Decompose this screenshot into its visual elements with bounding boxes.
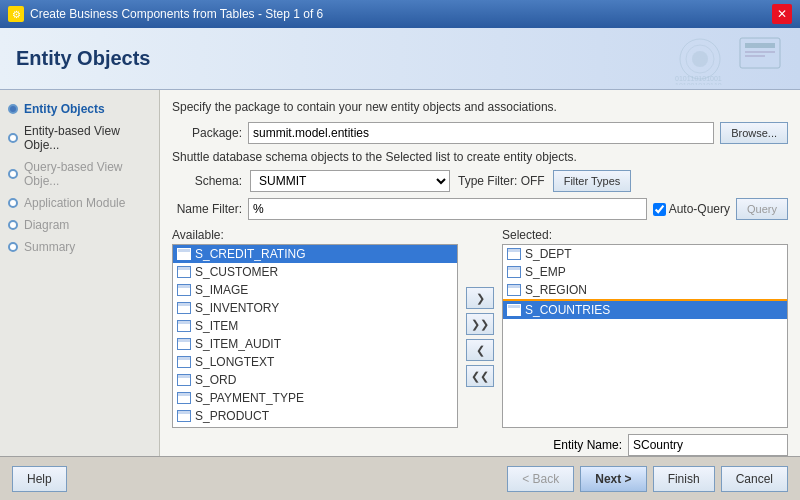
svg-rect-2 — [745, 51, 775, 53]
bottom-bar: Help < Back Next > Finish Cancel — [0, 456, 800, 500]
sidebar-label-summary: Summary — [24, 240, 75, 254]
svg-point-6 — [692, 51, 708, 67]
selected-list-wrap: Selected: S_DEPT S_EMP S_REGION — [502, 228, 788, 428]
schema-row: Schema: SUMMIT Type Filter: OFF Filter T… — [172, 170, 788, 192]
table-icon — [177, 320, 191, 332]
selected-list[interactable]: S_DEPT S_EMP S_REGION S_COUNTRIES — [502, 244, 788, 428]
shuttle-buttons: ❯ ❯❯ ❮ ❮❮ — [462, 228, 498, 428]
list-item[interactable]: S_INVENTORY — [173, 299, 457, 317]
title-bar-left: ⚙ Create Business Components from Tables… — [8, 6, 323, 22]
sidebar-dot-app — [8, 198, 18, 208]
sidebar-item-summary: Summary — [0, 236, 159, 258]
header-area: Entity Objects 010110101001 101001010110 — [0, 28, 800, 90]
title-bar: ⚙ Create Business Components from Tables… — [0, 0, 800, 28]
table-icon — [177, 302, 191, 314]
browse-button[interactable]: Browse... — [720, 122, 788, 144]
sidebar-item-app-module: Application Module — [0, 192, 159, 214]
back-button[interactable]: < Back — [507, 466, 574, 492]
title-bar-text: Create Business Components from Tables -… — [30, 7, 323, 21]
auto-query-checkbox-label: Auto-Query — [653, 202, 730, 216]
list-item[interactable]: S_ITEM — [173, 317, 457, 335]
auto-query-checkbox[interactable] — [653, 203, 666, 216]
move-right-button[interactable]: ❯ — [466, 287, 494, 309]
svg-rect-1 — [745, 43, 775, 48]
shuttle-instruction: Shuttle database schema objects to the S… — [172, 150, 788, 164]
table-icon — [177, 266, 191, 278]
name-filter-input[interactable] — [248, 198, 647, 220]
table-icon — [177, 248, 191, 260]
bottom-right-buttons: < Back Next > Finish Cancel — [507, 466, 788, 492]
sidebar-item-entity-objects[interactable]: Entity Objects — [0, 98, 159, 120]
list-item[interactable]: S_PAYMENT_TYPE — [173, 389, 457, 407]
selected-label: Selected: — [502, 228, 788, 242]
list-item[interactable]: S_REGION — [503, 281, 787, 299]
lists-container: Available: S_CREDIT_RATING S_CUSTOMER S_… — [172, 228, 788, 428]
help-button[interactable]: Help — [12, 466, 67, 492]
table-icon — [507, 304, 521, 316]
sidebar-item-diagram: Diagram — [0, 214, 159, 236]
schema-select[interactable]: SUMMIT — [250, 170, 450, 192]
svg-rect-3 — [745, 55, 765, 57]
available-label: Available: — [172, 228, 458, 242]
sidebar: Entity Objects Entity-based View Obje...… — [0, 90, 160, 456]
svg-text:010110101001: 010110101001 — [675, 75, 722, 82]
app-icon: ⚙ — [8, 6, 24, 22]
instruction-text: Specify the package to contain your new … — [172, 100, 788, 114]
table-icon — [177, 338, 191, 350]
query-button[interactable]: Query — [736, 198, 788, 220]
table-icon — [177, 284, 191, 296]
table-icon — [507, 248, 521, 260]
main-content: Entity Objects Entity-based View Obje...… — [0, 90, 800, 456]
sidebar-item-query-view: Query-based View Obje... — [0, 156, 159, 192]
package-input[interactable] — [248, 122, 714, 144]
sidebar-item-entity-view[interactable]: Entity-based View Obje... — [0, 120, 159, 156]
move-left-button[interactable]: ❮ — [466, 339, 494, 361]
entity-name-label: Entity Name: — [553, 438, 622, 452]
sidebar-label-query-view: Query-based View Obje... — [24, 160, 151, 188]
move-all-right-button[interactable]: ❯❯ — [466, 313, 494, 335]
table-icon — [177, 356, 191, 368]
table-icon — [177, 410, 191, 422]
move-all-left-button[interactable]: ❮❮ — [466, 365, 494, 387]
table-icon — [507, 266, 521, 278]
available-list-wrap: Available: S_CREDIT_RATING S_CUSTOMER S_… — [172, 228, 458, 428]
table-icon — [177, 392, 191, 404]
sidebar-label-app-module: Application Module — [24, 196, 125, 210]
close-button[interactable]: ✕ — [772, 4, 792, 24]
table-icon — [177, 374, 191, 386]
filter-types-button[interactable]: Filter Types — [553, 170, 632, 192]
table-icon — [507, 284, 521, 296]
list-item[interactable]: S_CUSTOMER — [173, 263, 457, 281]
list-item[interactable]: S_TITLE — [173, 425, 457, 428]
available-list[interactable]: S_CREDIT_RATING S_CUSTOMER S_IMAGE S_INV… — [172, 244, 458, 428]
next-button[interactable]: Next > — [580, 466, 646, 492]
entity-name-input[interactable] — [628, 434, 788, 456]
schema-label: Schema: — [172, 174, 242, 188]
sidebar-label-entity-view: Entity-based View Obje... — [24, 124, 151, 152]
list-item[interactable]: S_LONGTEXT — [173, 353, 457, 371]
page-title: Entity Objects — [16, 47, 150, 70]
name-filter-label: Name Filter: — [172, 202, 242, 216]
sidebar-dot-entity-view — [8, 133, 18, 143]
auto-query-text: Auto-Query — [669, 202, 730, 216]
sidebar-dot-diagram — [8, 220, 18, 230]
type-filter-label: Type Filter: OFF — [458, 174, 545, 188]
right-panel: Specify the package to contain your new … — [160, 90, 800, 456]
list-item[interactable]: S_COUNTRIES — [503, 299, 787, 319]
cancel-button[interactable]: Cancel — [721, 466, 788, 492]
sidebar-label-diagram: Diagram — [24, 218, 69, 232]
list-item[interactable]: S_EMP — [503, 263, 787, 281]
list-item[interactable]: S_DEPT — [503, 245, 787, 263]
list-item[interactable]: S_ORD — [173, 371, 457, 389]
list-item[interactable]: S_CREDIT_RATING — [173, 245, 457, 263]
sidebar-dot-entity — [8, 104, 18, 114]
list-item[interactable]: S_ITEM_AUDIT — [173, 335, 457, 353]
sidebar-dot-summary — [8, 242, 18, 252]
package-row: Package: Browse... — [172, 122, 788, 144]
sidebar-label-entity-objects: Entity Objects — [24, 102, 105, 116]
list-item[interactable]: S_PRODUCT — [173, 407, 457, 425]
entity-name-row: Entity Name: — [172, 434, 788, 456]
list-item[interactable]: S_IMAGE — [173, 281, 457, 299]
finish-button[interactable]: Finish — [653, 466, 715, 492]
package-label: Package: — [172, 126, 242, 140]
